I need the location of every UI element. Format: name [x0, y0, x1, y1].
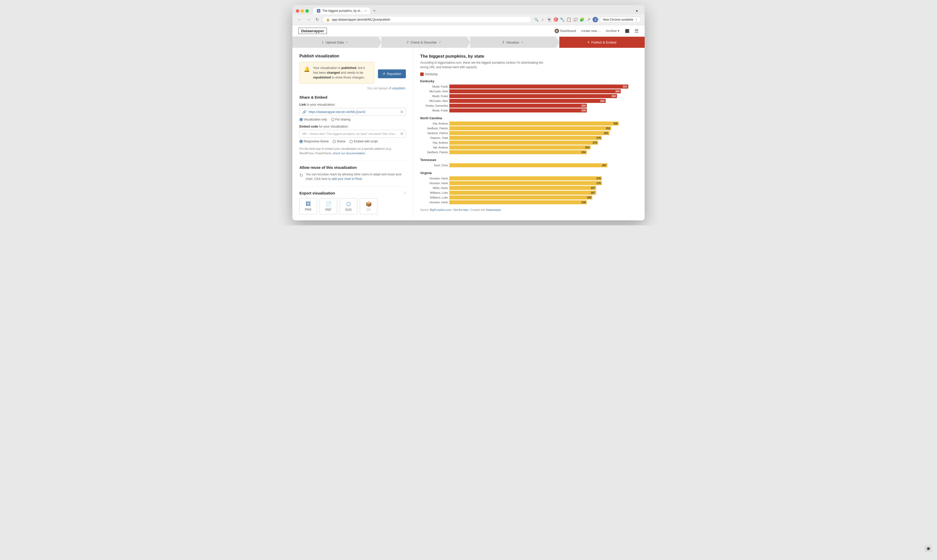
- bar-value: 282: [600, 99, 605, 102]
- reload-button[interactable]: ↻: [314, 17, 320, 22]
- chart-legend: Kentucky: [420, 72, 638, 76]
- profile-avatar[interactable]: J: [592, 17, 598, 22]
- bar: 254: [449, 145, 591, 149]
- svg-icon: ⬡: [346, 201, 351, 207]
- get-data-link[interactable]: Get the data: [454, 208, 468, 211]
- state-nc-name: North Carolina: [420, 117, 638, 120]
- step-2-check: ✓: [439, 40, 441, 44]
- step-1-label: Upload Data: [326, 40, 344, 44]
- state-kentucky-name: Kentucky: [420, 80, 638, 83]
- step-publish[interactable]: 4 Publish & Embed: [559, 37, 645, 48]
- copy-link-button[interactable]: ⧉: [400, 110, 403, 114]
- bar-row: Vail, Andrew 254: [420, 145, 638, 149]
- export-pdf-button[interactable]: 📄 PDF: [320, 198, 337, 214]
- export-png-button[interactable]: 🖼 PNG: [299, 198, 317, 214]
- minimize-button[interactable]: [301, 9, 304, 12]
- bookmark-icon[interactable]: ☆: [540, 17, 545, 22]
- chrome-notification-menu[interactable]: ⋮: [635, 18, 638, 22]
- embed-field[interactable]: </> <iframe title="The biggest pumpkins,…: [299, 130, 406, 138]
- hamburger-menu[interactable]: ☰: [635, 28, 639, 34]
- step-nav: 1 Upload Data ✓ 2 Check & Describe ✓ 3 V…: [292, 37, 645, 48]
- svg-label: SVG: [345, 208, 351, 212]
- bar: 250: [449, 104, 587, 108]
- extension-icon-2[interactable]: 🎯: [553, 17, 559, 22]
- bar-row: Dawson, Todd 276: [420, 136, 638, 140]
- back-button[interactable]: ←: [296, 17, 303, 22]
- step-visualize[interactable]: 3 Visualize ✓: [470, 37, 556, 48]
- maximize-button[interactable]: [305, 9, 309, 12]
- bar-value: 267: [591, 186, 595, 189]
- bar-label: Houston, Hank: [420, 182, 448, 185]
- nav-create-new[interactable]: create new ...: [581, 29, 601, 33]
- extensions-button[interactable]: 🧩: [580, 17, 585, 22]
- embed-code-icon: </>: [302, 132, 307, 135]
- close-button[interactable]: [296, 9, 299, 12]
- radio-sharing[interactable]: For sharing: [331, 118, 351, 121]
- bar-value: 248: [582, 201, 586, 204]
- step-check-describe[interactable]: 2 Check & Describe ✓: [382, 37, 467, 48]
- browser-window: D The biggest pumpkins, by st... ✕ + ▾ ←…: [292, 5, 645, 220]
- bar-row: Houston, Hank 248: [420, 200, 638, 204]
- upgrade-icon[interactable]: ↑: [404, 191, 406, 195]
- step-1-check: ✓: [346, 40, 348, 44]
- app-logo[interactable]: Datawrapper: [298, 28, 327, 34]
- bar-container: 267: [449, 191, 638, 195]
- docs-link[interactable]: check our documentation: [332, 152, 365, 155]
- active-tab[interactable]: D The biggest pumpkins, by st... ✕: [313, 8, 370, 14]
- bar-label: Vanbeck, Patrick: [420, 132, 448, 135]
- republish-button[interactable]: ↺ Republish: [378, 69, 406, 78]
- unpublish-anchor[interactable]: ↺ unpublish.: [389, 86, 406, 90]
- embed-code-text: <iframe title="The biggest pumpkins, by …: [309, 132, 398, 135]
- export-zip-button[interactable]: 📦 ZIP: [360, 198, 377, 214]
- radio-vis-only[interactable]: Visualization only: [299, 118, 327, 121]
- extension-icon-5[interactable]: 📰: [573, 17, 578, 22]
- nav-dashboard[interactable]: 🏠 Dashboard: [555, 29, 576, 33]
- nav-archive[interactable]: Archive ▾: [606, 29, 620, 33]
- radio-iframe[interactable]: Iframe: [332, 140, 345, 143]
- forward-button[interactable]: →: [305, 17, 312, 22]
- bar-container: 291: [449, 131, 638, 135]
- extension-icon-4[interactable]: 📋: [566, 17, 571, 22]
- bar-label: Smiley, Samantha: [420, 104, 448, 107]
- river-link[interactable]: add your chart to River: [332, 177, 362, 181]
- step-upload[interactable]: 1 Upload Data ✓: [292, 37, 378, 48]
- reuse-icon: ↻: [299, 172, 303, 178]
- tab-bar: D The biggest pumpkins, by st... ✕ +: [313, 8, 634, 14]
- export-svg-button[interactable]: ⬡ SVG: [340, 198, 357, 214]
- chrome-notification[interactable]: New Chrome available ⋮: [600, 17, 641, 23]
- bigpumpkins-link[interactable]: BigPumpkins.com: [430, 208, 451, 211]
- link-radio-group: Visualization only For sharing: [299, 118, 406, 121]
- bar-label: McCaslin, Nick: [420, 90, 448, 93]
- chart-footer: Source: BigPumpkins.com • Get the data •…: [420, 208, 638, 211]
- bar-label: Vial, Andrew: [420, 122, 448, 125]
- tab-close-button[interactable]: ✕: [364, 9, 366, 12]
- state-tennessee: Tennessee Kent, Chris 287: [420, 158, 638, 167]
- bar-container: 270: [449, 141, 638, 145]
- presentation-icon[interactable]: ⬛: [625, 28, 629, 34]
- share-button[interactable]: ↗: [586, 17, 591, 22]
- bar-container: 276: [449, 181, 638, 185]
- radio-responsive[interactable]: Responsive iframe: [299, 140, 329, 143]
- window-controls: ▾: [636, 9, 641, 13]
- url-text: app.datawrapper.de/edit/MLQxw/publish: [332, 18, 390, 22]
- bar-row: Kent, Chris 287: [420, 163, 638, 167]
- export-section: Export visualization ↑ 🖼 PNG 📄 PDF: [299, 186, 406, 214]
- radio-iframe-dot: [332, 140, 336, 143]
- extension-icon-3[interactable]: 🔧: [560, 17, 565, 22]
- radio-sharing-dot: [331, 118, 334, 121]
- bar-label: Mudd, Frank: [420, 109, 448, 112]
- copy-embed-button[interactable]: ⧉: [400, 132, 403, 136]
- extension-icon-1[interactable]: 👻: [547, 17, 552, 22]
- new-tab-button[interactable]: +: [371, 8, 377, 14]
- bar: 276: [449, 136, 602, 140]
- export-buttons: 🖼 PNG 📄 PDF ⬡ SVG 📦 Z: [299, 198, 406, 214]
- radio-script[interactable]: Embed with script: [349, 140, 378, 143]
- bar-row: Williams, Luke 260: [420, 195, 638, 200]
- search-icon[interactable]: 🔍: [534, 17, 539, 22]
- datawrapper-link[interactable]: Datawrapper: [486, 208, 501, 211]
- link-field[interactable]: 🔗 https://datawrapper.dwcdn.net/MLQxw/3/…: [299, 108, 406, 116]
- bar-row: Houston, Hank 276: [420, 176, 638, 180]
- pdf-label: PDF: [325, 208, 331, 212]
- bar-value: 309: [615, 90, 620, 93]
- address-bar[interactable]: 🔒 app.datawrapper.de/edit/MLQxw/publish: [322, 16, 532, 23]
